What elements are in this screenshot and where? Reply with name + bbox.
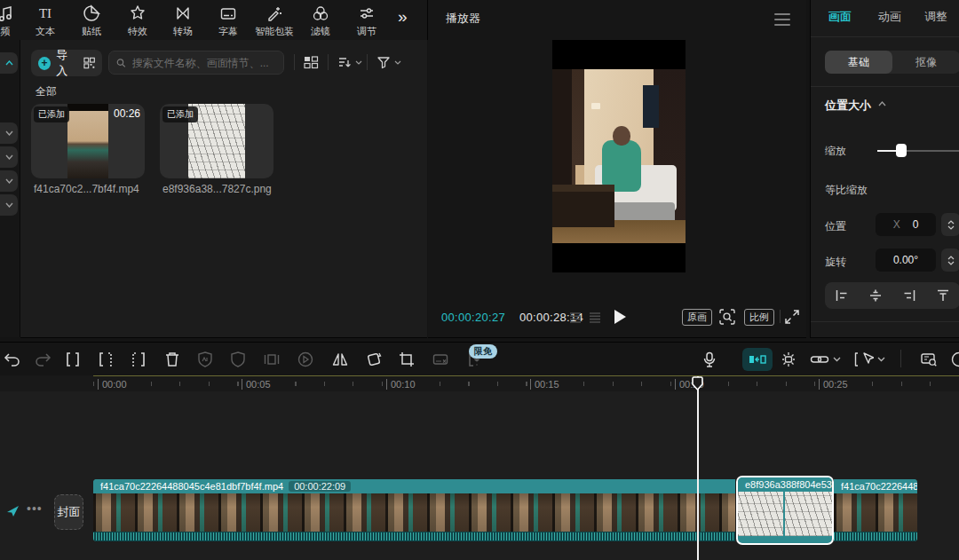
subtab-cutout[interactable]: 抠像 [892,51,959,74]
clip-main-video[interactable]: f41ca70c22264488045c4e81dbf7bf4f.mp4 00:… [93,479,735,541]
playhead-handle[interactable] [692,376,703,390]
chevron-down-icon [833,357,841,362]
rail-collapse-button[interactable] [0,52,18,74]
link-button[interactable] [810,351,841,368]
crop-button[interactable] [398,351,416,368]
ruler-label: 00:00 [98,379,127,390]
category-label[interactable]: 全部 [36,84,57,99]
align-left-icon[interactable] [835,288,849,303]
tab-adjust[interactable]: 调整 [924,9,947,25]
play-button[interactable] [613,309,627,325]
clock-button[interactable] [950,351,959,368]
sort-button[interactable] [337,54,362,70]
mirror-button[interactable] [331,351,349,368]
playhead-line[interactable] [697,376,699,560]
rotate-stepper[interactable] [941,248,959,272]
preview-axis-button[interactable] [780,351,797,368]
nav-item-smart-package[interactable]: 智能包装 [248,4,301,38]
import-label: 导入 [56,47,78,79]
split-keep-left-button[interactable] [97,351,115,368]
nav-item-caption[interactable]: 字幕 [202,4,255,38]
delete-button[interactable] [163,351,181,368]
clip-filename: f41ca70c22264488045c4e81dbf7bf4f.mp4 [100,481,283,492]
frame-forward-icon[interactable] [588,312,602,324]
text-icon: TI [39,4,52,23]
rotate-button[interactable] [365,351,383,368]
auto-snap-toggle[interactable] [742,348,773,371]
search-box [108,51,284,75]
focus-zoom-icon[interactable] [719,309,735,325]
nav-item-sticker[interactable]: 贴纸 [65,4,118,38]
clip-waveform [93,532,735,541]
position-x-value: 0 [913,218,919,231]
ruler-label: 00:10 [386,379,416,390]
video-viewport[interactable] [552,40,686,272]
frame-back-icon[interactable] [568,312,583,324]
qr-import-icon[interactable] [83,57,95,69]
caption-clear-button[interactable] [432,351,449,368]
timeline-preview-button[interactable] [920,351,938,368]
nav-item-filter[interactable]: 滤镜 [294,4,347,38]
nav-item-adjust[interactable]: 调节 [340,4,393,38]
smart-package-icon [265,4,284,23]
collapse-arrow-icon[interactable] [878,101,886,106]
cover-button[interactable]: 封面 [54,494,83,530]
tab-picture[interactable]: 画面 [828,9,852,25]
video-frame [552,69,686,243]
align-right-icon[interactable] [902,288,916,303]
ratio-button[interactable]: 比例 [744,309,774,326]
rail-expander-4[interactable] [0,194,18,216]
rail-expander-1[interactable] [0,122,18,144]
position-label: 位置 [825,219,846,234]
position-stepper[interactable] [941,213,959,236]
freeze-frame-button[interactable] [263,351,281,368]
tab-animation[interactable]: 动画 [878,9,901,25]
split-keep-right-button[interactable] [130,351,147,368]
track-panel-icon[interactable] [6,505,20,517]
clip-header: f41ca70c22264488045c4e81dbf7bf4f.mp4 00:… [93,479,735,493]
cursor-icon [854,351,874,368]
mask-button[interactable] [229,351,247,368]
undo-button[interactable] [4,351,21,368]
clip-selected-image[interactable]: e8f936a388f804e53 [736,476,834,545]
alignment-toolbar [825,282,959,309]
media-item-image[interactable]: 已添加 [160,104,273,178]
align-top-icon[interactable] [936,288,950,303]
scale-slider-thumb[interactable] [896,144,907,157]
select-mode-button[interactable] [854,351,885,368]
media-filename: e8f936a38...7827c.png [162,183,272,195]
clip-trailing-video[interactable]: f41ca70c2226448 [834,479,917,541]
redo-button[interactable] [34,351,52,368]
speed-button[interactable] [297,351,314,368]
media-item-video[interactable]: 已添加 00:26 [31,104,145,178]
import-button[interactable]: + 导入 [31,50,102,76]
align-center-horizontal-icon[interactable] [868,288,883,303]
fullscreen-icon[interactable] [785,310,799,324]
subtab-basic[interactable]: 基础 [825,51,892,74]
record-voiceover-button[interactable] [701,351,718,368]
player-title: 播放器 [446,11,480,27]
smart-mask-button[interactable] [196,351,214,368]
grid-view-button[interactable] [303,54,319,70]
position-x-input[interactable]: X 0 [876,213,936,236]
chevron-down-icon [5,178,13,184]
chevron-up-icon [5,60,13,66]
nav-expand-button[interactable]: » [398,7,406,27]
rail-expander-3[interactable] [0,170,18,192]
timeline-tracks: ••• 封面 f41ca70c22264488045c4e81dbf7bf4f.… [0,391,959,560]
split-button[interactable] [64,351,82,368]
filter-button[interactable] [376,54,401,70]
scale-label: 缩放 [825,144,846,159]
timeline-ruler[interactable]: 00:00 00:05 00:10 00:15 00:20 00:25 [0,375,959,391]
rotate-input[interactable]: 0.00° [876,248,936,272]
search-input[interactable] [131,56,276,70]
more-options-button[interactable]: ••• [27,501,43,516]
nav-item-text[interactable]: TI 文本 [19,4,72,38]
nav-label: 频 [1,25,11,38]
ruler-label: 00:25 [819,379,848,390]
player-menu-icon[interactable] [774,13,790,26]
rail-expander-2[interactable] [0,146,18,168]
filter-icon [311,4,330,23]
video-thumbnail [67,104,108,178]
quality-button[interactable]: 原画 [682,309,712,326]
